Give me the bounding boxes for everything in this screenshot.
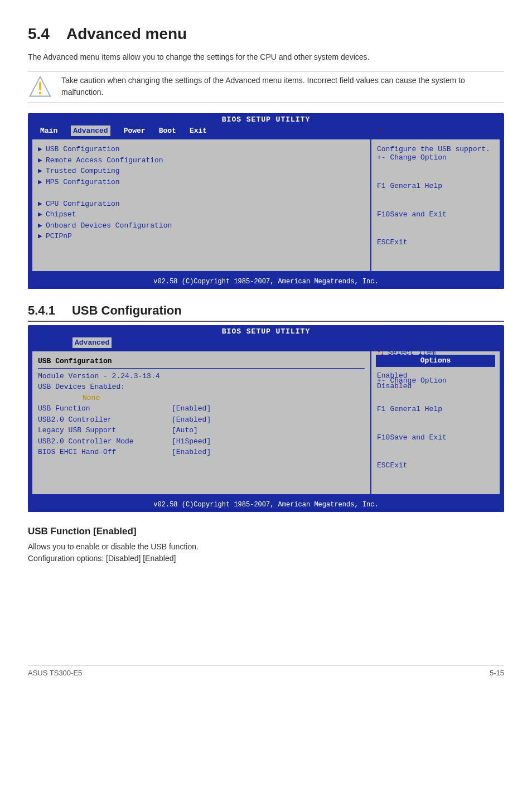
bios-setting-row[interactable]: Legacy USB Support[Auto] [38,425,365,436]
setting-options: Configuration options: [Disabled] [Enabl… [28,553,504,564]
subsection-heading: 5.4.1USB Configuration [28,301,504,322]
up-down-arrows-icon: ↑↓ [377,349,384,357]
setting-desc: Allows you to enable or disable the USB … [28,541,504,553]
subsection-number: 5.4.1 [28,303,55,317]
bios-side-panel: Options Enabled Disabled ←→Select Screen… [370,350,501,495]
submenu-arrow-icon: ▶ [38,144,46,155]
bios-copyright: v02.58 (C)Copyright 1985-2007, American … [28,499,504,512]
bios-tab-advanced[interactable]: Advanced [72,337,112,349]
bios-help-keys: ←→Select Screen ↑↓ Select Item +- Change… [377,113,494,267]
bios-tab-boot[interactable]: Boot [159,125,176,137]
bios-info-line: USB Devices Enabled: [38,381,365,393]
submenu-arrow-icon: ▶ [38,166,46,177]
caution-icon [28,75,52,99]
bios-usb-panel: USB Configuration Module Version - 2.24.… [31,350,370,495]
bios-tab-exit[interactable]: Exit [190,125,207,137]
bios-tab-advanced[interactable]: Advanced [71,125,110,137]
caution-text: Take caution when changing the settings … [61,75,504,98]
section-number: 5.4 [28,25,50,42]
bios-tab-power[interactable]: Power [124,125,146,137]
section-heading: 5.4Advanced menu [28,22,504,46]
submenu-arrow-icon: ▶ [38,209,46,220]
intro-text: The Advanced menu items allow you to cha… [28,51,504,63]
bios-tab-main[interactable]: Main [40,125,57,137]
svg-point-2 [39,92,42,95]
bios-info-none: None [38,393,365,404]
bios-copyright: v02.58 (C)Copyright 1985-2007, American … [28,276,504,289]
bios-menu-item[interactable]: ▶Onboard Devices Configuration [38,220,365,231]
submenu-arrow-icon: ▶ [38,155,46,166]
bios-setting-row[interactable]: USB2.0 Controller Mode[HiSpeed] [38,436,365,447]
bios-menu-item[interactable]: ▶Trusted Computing [38,166,365,177]
bios-panel-usb: BIOS SETUP UTILITY Advanced USB Configur… [28,325,504,512]
bios-menu-item[interactable]: ▶CPU Configuration [38,199,365,210]
bios-help-keys: ←→Select Screen ↑↓ Select Item +- Change… [377,325,494,490]
footer-product: ASUS TS300-E5 [28,668,82,679]
svg-rect-1 [39,82,41,90]
bios-info-line: Module Version - 2.24.3-13.4 [38,371,365,382]
up-down-arrows-icon: ↑↓ [377,125,384,134]
setting-heading: USB Function [Enabled] [28,524,504,539]
page-footer: ASUS TS300-E5 5-15 [28,665,504,679]
subsection-title: USB Configuration [72,303,182,317]
bios-setting-row[interactable]: USB2.0 Controller[Enabled] [38,414,365,426]
footer-page-number: 5-15 [490,668,504,679]
bios-menu-item[interactable]: ▶Chipset [38,209,365,220]
submenu-arrow-icon: ▶ [38,177,46,188]
bios-menu-list: ▶USB Configuration ▶Remote Access Config… [31,138,370,272]
bios-menu-item[interactable]: ▶MPS Configuration [38,177,365,188]
section-title: Advanced menu [66,25,187,42]
bios-side-panel: Configure the USB support. ←→Select Scre… [370,138,501,272]
caution-note: Take caution when changing the settings … [28,71,504,103]
bios-setting-row[interactable]: BIOS EHCI Hand-Off[Enabled] [38,447,365,458]
bios-panel-advanced: BIOS SETUP UTILITY Main Advanced Power B… [28,113,504,289]
bios-setting-row[interactable]: USB Function[Enabled] [38,403,365,414]
bios-panel-heading: USB Configuration [38,356,365,367]
submenu-arrow-icon: ▶ [38,231,46,242]
bios-menu-item[interactable]: ▶PCIPnP [38,231,365,242]
submenu-arrow-icon: ▶ [38,220,46,231]
submenu-arrow-icon: ▶ [38,199,46,210]
bios-menu-item[interactable]: ▶Remote Access Configuration [38,155,365,166]
left-right-arrows-icon: ←→ [377,325,386,328]
bios-menu-item[interactable]: ▶USB Configuration [38,144,365,155]
